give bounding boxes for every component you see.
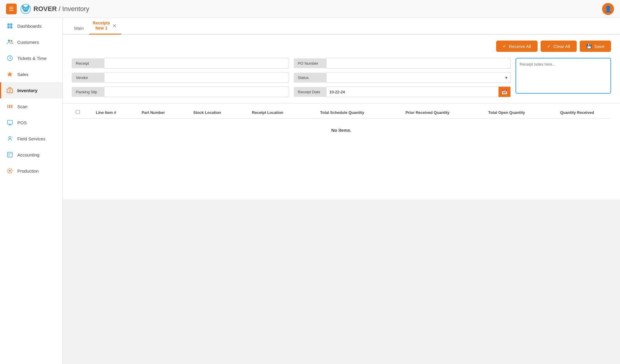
svg-point-3 [23, 7, 28, 12]
po-number-field-row: PO Number [294, 58, 511, 69]
hamburger-button[interactable]: ☰ [6, 4, 17, 14]
svg-rect-12 [10, 26, 12, 28]
po-number-label: PO Number [294, 58, 327, 68]
svg-rect-10 [10, 24, 12, 26]
check-icon: ✓ [503, 44, 507, 49]
receipt-date-field-row: Receipt Date 📅 [294, 86, 511, 97]
svg-point-28 [9, 137, 11, 139]
svg-rect-24 [12, 105, 13, 108]
svg-rect-20 [7, 105, 8, 108]
user-icon: 👤 [604, 5, 612, 13]
receive-all-button[interactable]: ✓ Receive All [496, 41, 538, 52]
sidebar-item-label: Customers [17, 40, 39, 45]
svg-rect-22 [9, 105, 10, 108]
tab-bar: Main ReceiptsNew 1 ✕ [63, 18, 620, 35]
user-avatar-button[interactable]: 👤 [602, 3, 614, 15]
accounting-icon [6, 151, 14, 159]
svg-marker-16 [7, 72, 13, 77]
tickets-icon [6, 54, 14, 62]
sidebar-item-label: Dashboards [17, 24, 41, 29]
rover-logo-icon [20, 4, 31, 14]
table-col-part-number: Part Number [128, 106, 178, 119]
action-buttons: ✓ Receive All ✓ Clear All 💾 Save [72, 41, 611, 52]
sidebar-item-production[interactable]: Production [0, 163, 62, 179]
svg-rect-25 [7, 120, 13, 124]
sidebar-item-customers[interactable]: Customers [0, 34, 62, 50]
sidebar-item-pos[interactable]: POS [0, 114, 62, 131]
bottom-section [63, 199, 620, 364]
sidebar-item-label: POS [17, 120, 27, 125]
status-select-wrapper: ▾ [327, 72, 511, 83]
chevron-down-icon: ▾ [502, 75, 510, 80]
svg-rect-26 [8, 125, 11, 125]
sidebar: Dashboards Customers Tickets & Time Sale… [0, 18, 63, 364]
tab-receipts-new[interactable]: ReceiptsNew 1 ✕ [89, 18, 121, 35]
no-items-text: No items. [72, 119, 611, 142]
svg-point-4 [24, 8, 25, 10]
tab-close-button[interactable]: ✕ [111, 23, 118, 29]
svg-point-33 [9, 170, 11, 172]
packing-slip-input[interactable] [104, 86, 289, 97]
sidebar-item-sales[interactable]: Sales [0, 66, 62, 82]
sidebar-item-field-services[interactable]: Field Services [0, 131, 62, 147]
form-fields-middle: PO Number Status ▾ [294, 58, 511, 97]
main-layout: Dashboards Customers Tickets & Time Sale… [0, 18, 620, 364]
select-all-checkbox[interactable] [76, 110, 80, 114]
calendar-button[interactable]: 📅 [499, 87, 510, 97]
logo-area: ROVER / Inventory [20, 4, 89, 14]
svg-point-7 [22, 5, 23, 7]
tab-main[interactable]: Main [69, 23, 89, 35]
receipt-date-input[interactable] [327, 87, 499, 97]
table-col-qty-received: Quantity Received [543, 106, 611, 119]
svg-point-13 [8, 40, 10, 42]
calendar-icon: 📅 [501, 89, 507, 95]
receipt-input[interactable] [104, 58, 289, 69]
inventory-icon [6, 86, 14, 94]
sidebar-item-scan[interactable]: Scan [0, 98, 62, 114]
sidebar-item-label: Inventory [17, 88, 38, 93]
form-fields-left: Receipt Vendor Packing Slip [72, 58, 289, 97]
sidebar-item-accounting[interactable]: Accounting [0, 147, 62, 163]
receipt-label: Receipt [72, 58, 104, 68]
svg-rect-21 [8, 105, 9, 108]
receipt-notes-textarea[interactable] [516, 58, 611, 94]
dashboard-icon [6, 22, 14, 30]
content-area: Main ReceiptsNew 1 ✕ ✓ Receive All ✓ [63, 18, 620, 364]
production-icon [6, 167, 14, 175]
sidebar-item-label: Scan [17, 104, 27, 109]
form-section: ✓ Receive All ✓ Clear All 💾 Save [63, 35, 620, 103]
table-col-stock-location: Stock Location [178, 106, 236, 119]
items-table: Line Item # Part Number Stock Location R… [72, 106, 611, 142]
save-icon: 💾 [586, 44, 592, 49]
vendor-label: Vendor [72, 73, 104, 83]
sidebar-item-tickets[interactable]: Tickets & Time [0, 50, 62, 66]
sidebar-item-label: Sales [17, 72, 29, 77]
status-label: Status [294, 73, 327, 83]
table-col-total-schedule-qty: Total Schedule Quantity [299, 106, 385, 119]
clear-all-button[interactable]: ✓ Clear All [541, 41, 577, 52]
svg-rect-23 [11, 105, 11, 108]
sidebar-item-label: Production [17, 168, 39, 174]
vendor-field-row: Vendor [72, 72, 289, 83]
sales-icon [6, 70, 14, 78]
table-body: No items. [72, 119, 611, 142]
save-button[interactable]: 💾 Save [580, 41, 611, 52]
pos-icon [6, 119, 14, 126]
check-icon-clear: ✓ [547, 44, 551, 49]
receipt-date-input-wrapper: 📅 [327, 86, 511, 97]
packing-slip-label: Packing Slip [72, 87, 104, 97]
sidebar-item-inventory[interactable]: Inventory [0, 82, 62, 98]
table-col-receipt-location: Receipt Location [236, 106, 299, 119]
svg-rect-30 [7, 152, 13, 157]
table-col-checkbox [72, 106, 84, 119]
po-number-input[interactable] [327, 58, 511, 69]
table-header-row: Line Item # Part Number Stock Location R… [72, 106, 611, 119]
status-select[interactable] [327, 73, 502, 82]
status-field-row: Status ▾ [294, 72, 511, 83]
vendor-input[interactable] [104, 72, 289, 83]
sidebar-item-dashboards[interactable]: Dashboards [0, 18, 62, 34]
sidebar-item-label: Tickets & Time [17, 56, 47, 61]
top-header: ☰ ROVER / Inventory 👤 [0, 0, 620, 18]
page-content: ✓ Receive All ✓ Clear All 💾 Save [63, 35, 620, 199]
no-items-row: No items. [72, 119, 611, 142]
